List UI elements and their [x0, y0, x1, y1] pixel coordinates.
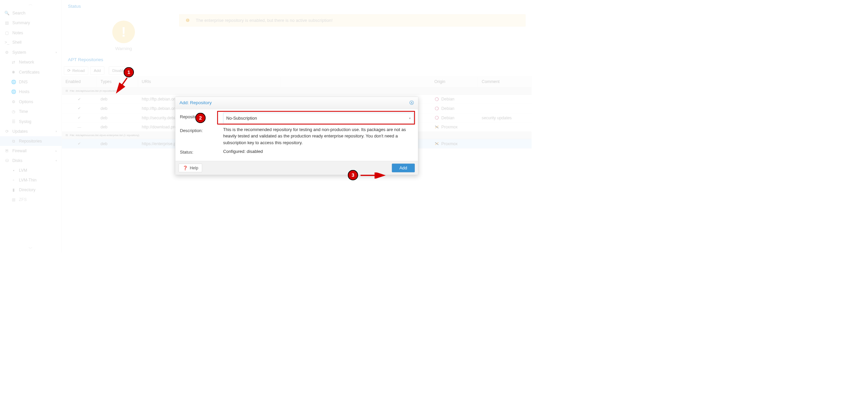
sidebar-label: Time [19, 109, 28, 114]
types-cell: deb [97, 113, 138, 122]
status-label: Status: [180, 148, 223, 155]
sidebar-item-zfs[interactable]: ▦ZFS [0, 195, 62, 204]
warning-icon: ! [112, 21, 135, 43]
sidebar-label: Shell [12, 40, 22, 45]
sidebar-label: Directory [19, 187, 35, 192]
warning-label: Warning [68, 46, 179, 52]
sidebar-label: Network [19, 60, 34, 65]
enabled-cell: ✔ [62, 113, 97, 122]
chevron-down-icon: ▾ [56, 159, 57, 162]
sidebar-label: Syslog [19, 119, 31, 124]
search-icon: 🔍 [4, 10, 9, 15]
grid-icon: ▦ [11, 197, 16, 202]
sidebar-item-shell[interactable]: >_Shell [0, 38, 62, 47]
sidebar-label: Notes [12, 30, 23, 35]
dialog-title: Add: Repository [179, 100, 212, 105]
sidebar-item-search[interactable]: 🔍Search [0, 8, 62, 18]
sidebar-item-lvm-thin[interactable]: ▫LVM-Thin [0, 175, 62, 185]
sidebar-item-disks[interactable]: ⛁Disks▾ [0, 156, 62, 165]
cert-icon: ✺ [11, 70, 16, 75]
help-icon: ❓ [183, 165, 188, 170]
sidebar-label: Certificates [19, 70, 39, 74]
collapse-up-icon[interactable]: ︿ [0, 0, 62, 8]
sidebar-item-repositories[interactable]: ⧉Repositories [0, 136, 62, 146]
origin-cell: Proxmox [431, 122, 478, 131]
sidebar-item-network[interactable]: ⇄Network [0, 57, 62, 67]
comment-cell [478, 141, 532, 145]
disk-icon: ⛁ [4, 158, 9, 163]
repository-select[interactable]: No-Subscription ▾ [223, 113, 413, 124]
col-origin[interactable]: Origin [431, 77, 478, 87]
types-cell: deb [97, 95, 138, 103]
sidebar-item-directory[interactable]: ▮Directory [0, 185, 62, 195]
files-icon: ⧉ [11, 139, 16, 143]
sidebar-label: ZFS [19, 197, 27, 202]
collapse-down-icon[interactable]: ﹀ [0, 244, 62, 252]
chevron-down-icon: ▾ [56, 51, 57, 54]
sidebar-item-syslog[interactable]: ☰Syslog [0, 116, 62, 126]
col-enabled[interactable]: Enabled [62, 77, 97, 87]
sidebar-item-summary[interactable]: ▤Summary [0, 18, 62, 28]
origin-cell: Debian [431, 113, 478, 122]
origin-cell: Debian [431, 95, 478, 104]
sidebar-item-lvm[interactable]: ▪LVM [0, 165, 62, 175]
folder-icon: ▮ [11, 187, 16, 192]
svg-line-3 [118, 78, 127, 91]
reload-button[interactable]: ⟳Reload [64, 66, 88, 75]
arrow-icon [114, 76, 131, 95]
callout-3: 3 [348, 170, 358, 180]
close-icon[interactable]: ⓧ [409, 100, 414, 106]
sidebar-item-certificates[interactable]: ✺Certificates [0, 67, 62, 77]
sidebar-label: LVM-Thin [19, 178, 36, 182]
callout-2: 2 [195, 113, 206, 123]
col-uris[interactable]: URIs [138, 77, 280, 87]
sidebar-label: Repositories [19, 139, 42, 143]
types-cell: deb [97, 104, 138, 113]
chevron-right-icon: ▸ [56, 149, 57, 152]
sidebar-label: Summary [12, 21, 30, 25]
sidebar-item-options[interactable]: ⚙Options [0, 97, 62, 106]
shell-icon: >_ [4, 40, 9, 45]
comment-cell: security updates [478, 113, 532, 122]
sidebar-item-updates[interactable]: ⟳Updates▾ [0, 126, 62, 136]
sidebar-label: Firewall [12, 148, 27, 153]
sidebar-item-time[interactable]: ◷Time [0, 106, 62, 116]
notes-icon: ▢ [4, 30, 9, 35]
sidebar-item-dns[interactable]: 🌐DNS [0, 77, 62, 87]
sidebar-label: Disks [12, 158, 23, 163]
grid-group[interactable]: ⊟File: /etc/apt/sources.list (4 reposito… [62, 88, 532, 95]
globe-icon: 🌐 [11, 79, 16, 84]
enabled-cell: — [62, 123, 97, 131]
help-button[interactable]: ❓Help [179, 164, 202, 172]
square-icon: ▪ [11, 168, 16, 173]
comment-cell [478, 125, 532, 129]
comment-cell [478, 97, 532, 101]
status-title: Status [62, 0, 532, 11]
col-comment[interactable]: Comment [478, 77, 532, 87]
chevron-down-icon: ▾ [56, 130, 57, 133]
sidebar-item-system[interactable]: ⚙System▾ [0, 47, 62, 57]
banner-text: The enterprise repository is enabled, bu… [196, 18, 333, 23]
sidebar-item-hosts[interactable]: 🌐Hosts [0, 87, 62, 97]
callout-1: 1 [123, 67, 134, 78]
alert-icon: ❶ [186, 18, 190, 23]
chevron-down-icon: ▾ [409, 116, 410, 121]
add-confirm-button[interactable]: Add [392, 164, 415, 172]
sidebar-item-notes[interactable]: ▢Notes [0, 28, 62, 38]
sidebar-label: Options [19, 99, 33, 104]
origin-cell: Proxmox [431, 139, 478, 148]
grid-header: Enabled Types URIs Suites Components Ori… [62, 77, 532, 88]
collapse-icon: ⊟ [66, 134, 68, 137]
sidebar-label: DNS [19, 80, 28, 84]
warning-banner: ❶ The enterprise repository is enabled, … [179, 14, 526, 27]
shield-icon: ⛨ [4, 148, 9, 153]
repos-title: APT Repositories [62, 54, 532, 65]
sidebar-item-firewall[interactable]: ⛨Firewall▸ [0, 146, 62, 156]
add-button[interactable]: Add [90, 66, 104, 75]
clock-icon: ◷ [11, 109, 16, 114]
enabled-cell: ✔ [62, 104, 97, 113]
origin-cell: Debian [431, 104, 478, 113]
types-cell: deb [97, 123, 138, 131]
book-icon: ▤ [4, 21, 9, 26]
comment-cell [478, 106, 532, 110]
